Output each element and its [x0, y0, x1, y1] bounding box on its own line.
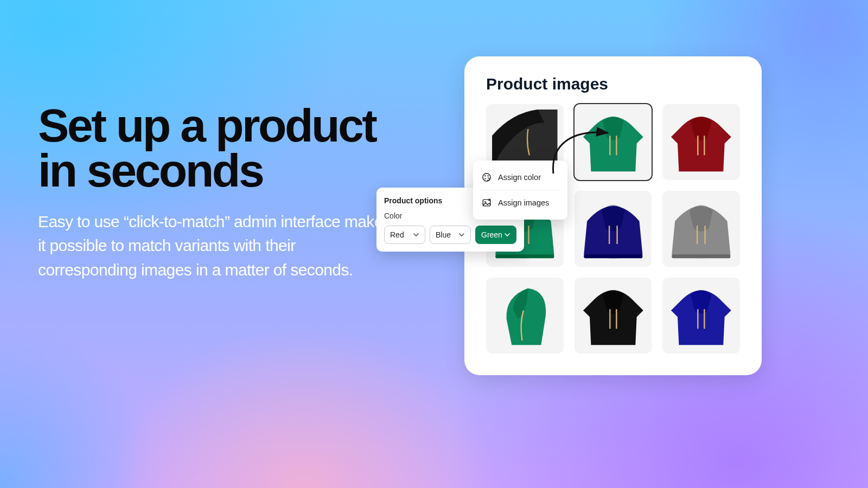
product-image-tile[interactable] — [662, 278, 740, 354]
options-chip-row: RedBlueGreen — [384, 226, 516, 244]
menu-separator — [481, 190, 560, 190]
color-chip-blue[interactable]: Blue — [430, 226, 471, 244]
hero: Set up a product in seconds Easy to use … — [38, 103, 396, 282]
context-menu: Assign colorAssign images — [473, 160, 567, 220]
product-image-tile[interactable] — [575, 104, 652, 180]
hero-subtitle: Easy to use “click-to-match” admin inter… — [38, 210, 396, 282]
color-chip-red[interactable]: Red — [384, 226, 425, 244]
chevron-down-icon — [504, 232, 510, 238]
menu-item-assign-images[interactable]: Assign images — [473, 191, 567, 214]
menu-item-label: Assign color — [498, 173, 541, 182]
chip-label: Blue — [436, 230, 451, 239]
chip-label: Green — [481, 230, 502, 239]
svg-point-0 — [483, 174, 490, 181]
chevron-down-icon — [413, 232, 419, 238]
card-title: Product images — [486, 75, 740, 93]
svg-point-3 — [484, 178, 486, 179]
product-image-tile[interactable] — [575, 191, 652, 267]
svg-point-1 — [484, 175, 486, 176]
product-image-tile[interactable] — [662, 104, 740, 180]
product-image-tile[interactable] — [486, 278, 564, 354]
product-image-tile[interactable] — [662, 191, 740, 267]
image-x-icon — [482, 198, 492, 208]
menu-item-assign-color[interactable]: Assign color — [473, 166, 567, 189]
color-chip-green[interactable]: Green — [475, 226, 516, 244]
hero-title: Set up a product in seconds — [38, 103, 396, 192]
chip-label: Red — [390, 230, 404, 239]
svg-point-2 — [488, 175, 489, 176]
product-images-grid — [486, 104, 740, 354]
menu-item-label: Assign images — [498, 198, 549, 207]
product-image-tile[interactable] — [575, 278, 652, 354]
palette-icon — [482, 172, 492, 182]
chevron-down-icon — [458, 232, 465, 238]
